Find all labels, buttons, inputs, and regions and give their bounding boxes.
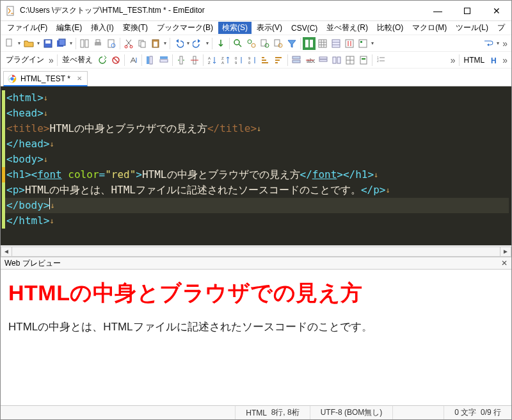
- status-selection[interactable]: 0 文字 0/9 行: [444, 406, 511, 419]
- menu-sort[interactable]: 並べ替え(R): [323, 22, 372, 34]
- col-select-button[interactable]: [144, 54, 157, 67]
- row-select-button[interactable]: [157, 54, 170, 67]
- cell-mode-button[interactable]: [330, 37, 342, 50]
- csv-sep-button[interactable]: [343, 37, 356, 50]
- normal-mode-button[interactable]: [316, 37, 329, 50]
- sort-09-asc-button[interactable]: 09: [232, 54, 245, 67]
- minimize-button[interactable]: —: [423, 1, 452, 21]
- sort-len-desc-button[interactable]: [273, 54, 285, 67]
- undo-dropdown[interactable]: ▾: [186, 37, 191, 50]
- sort-09-desc-button[interactable]: 90: [246, 54, 259, 67]
- csv-dropdown[interactable]: ▾: [370, 37, 375, 50]
- paste-button[interactable]: [149, 37, 162, 50]
- status-empty: [392, 406, 444, 419]
- code-line: <h1><font color="red">HTMLの中身とブラウザでの見え方<…: [2, 167, 509, 182]
- scroll-track[interactable]: [12, 246, 500, 257]
- maximize-button[interactable]: [452, 1, 482, 21]
- save-all-button[interactable]: [55, 37, 68, 50]
- svg-point-62: [10, 77, 13, 80]
- find-in-files-button[interactable]: [259, 37, 271, 50]
- wrap-dropdown[interactable]: ▾: [495, 37, 500, 50]
- svg-text:Z: Z: [208, 61, 211, 65]
- redo-button[interactable]: [191, 37, 204, 50]
- menu-insert[interactable]: 挿入(I): [87, 22, 117, 34]
- new-file-button[interactable]: [3, 37, 16, 50]
- dup-lines-button[interactable]: [290, 54, 303, 67]
- web-preview: HTMLの中身とブラウザでの見え方 HTMLの中身とは、HTMLファイルに記述さ…: [1, 270, 511, 405]
- config-bold-button[interactable]: H: [488, 54, 500, 67]
- cut-button[interactable]: [122, 37, 135, 50]
- svg-rect-31: [359, 40, 367, 47]
- sort-len-asc-button[interactable]: [259, 54, 272, 67]
- toolbar-overflow-indicator[interactable]: »: [501, 38, 509, 49]
- dup-remove-button[interactable]: abc: [303, 54, 316, 67]
- menu-csv[interactable]: CSV(C): [287, 23, 321, 33]
- combine-lines-button[interactable]: [330, 54, 343, 67]
- count-lines-button[interactable]: [317, 54, 330, 67]
- sort-asc-button[interactable]: [127, 54, 140, 67]
- scroll-right-button[interactable]: ►: [500, 246, 511, 257]
- jump-button[interactable]: [214, 37, 227, 50]
- svg-rect-53: [333, 57, 336, 63]
- find-button[interactable]: [232, 37, 244, 50]
- pivot-button[interactable]: [344, 54, 356, 67]
- open-dropdown[interactable]: ▾: [36, 37, 41, 50]
- config-overflow[interactable]: »: [501, 55, 509, 65]
- menu-file[interactable]: ファイル(F): [3, 22, 51, 34]
- menu-search[interactable]: 検索(S): [218, 22, 252, 34]
- paste-dropdown[interactable]: ▾: [163, 37, 168, 50]
- sort-az-asc-button[interactable]: AZ: [205, 54, 218, 67]
- status-lang[interactable]: HTML 8行, 8桁: [235, 406, 309, 419]
- horizontal-scrollbar[interactable]: ◄ ►: [1, 245, 511, 257]
- plugins-label: プラグイン: [3, 54, 47, 65]
- tab-close-button[interactable]: ✕: [77, 75, 82, 82]
- menu-tools[interactable]: ツール(L): [452, 22, 492, 34]
- document-tab[interactable]: HTML_TEST * ✕: [3, 71, 88, 86]
- code-editor[interactable]: <html>↓ <head>↓ <title>HTMLの中身とブラウザでの見え方…: [1, 86, 511, 245]
- open-file-button[interactable]: [22, 37, 35, 50]
- svg-rect-57: [362, 58, 365, 60]
- svg-rect-7: [81, 40, 84, 47]
- insert-col-button[interactable]: [175, 54, 188, 67]
- svg-text:0: 0: [235, 56, 237, 60]
- delete-col-button[interactable]: [188, 54, 201, 67]
- undo-button[interactable]: [172, 37, 185, 50]
- svg-rect-6: [59, 39, 65, 45]
- menu-compare[interactable]: 比較(O): [373, 22, 407, 34]
- wrap-button[interactable]: [482, 37, 495, 50]
- menu-bookmark[interactable]: ブックマーク(B): [153, 22, 217, 34]
- copy-button[interactable]: [136, 37, 148, 50]
- compare-button[interactable]: [78, 37, 91, 50]
- sort-overflow[interactable]: »: [449, 55, 457, 65]
- new-dropdown[interactable]: ▾: [17, 37, 22, 50]
- linenum-button[interactable]: 12: [374, 54, 387, 67]
- sort-az-desc-button[interactable]: ZA: [219, 54, 232, 67]
- save-button[interactable]: [42, 37, 54, 50]
- sort-narrowing-button[interactable]: [109, 54, 122, 67]
- sort-refresh-button[interactable]: [96, 54, 109, 67]
- svg-text:9: 9: [235, 61, 237, 65]
- menu-edit[interactable]: 編集(E): [52, 22, 86, 34]
- close-button[interactable]: ✕: [482, 1, 511, 21]
- replace-button[interactable]: [245, 37, 258, 50]
- menu-convert[interactable]: 変換(T): [119, 22, 152, 34]
- preview-panel-header: Web プレビュー ✕: [1, 257, 511, 270]
- svg-text:Z: Z: [221, 56, 224, 60]
- filter-button[interactable]: [285, 37, 298, 50]
- scroll-left-button[interactable]: ◄: [1, 246, 12, 257]
- save-dropdown[interactable]: ▾: [68, 37, 74, 50]
- csv-toolbar-button[interactable]: [356, 37, 369, 50]
- csv-converter-button[interactable]: [303, 37, 316, 50]
- redo-dropdown[interactable]: ▾: [205, 37, 210, 50]
- print-button[interactable]: [92, 37, 104, 50]
- preview-close-button[interactable]: ✕: [501, 259, 508, 268]
- menu-macro[interactable]: マクロ(M): [408, 22, 451, 34]
- replace-in-files-button[interactable]: [272, 37, 285, 50]
- status-encoding[interactable]: UTF-8 (BOM無し): [310, 406, 393, 419]
- menu-view[interactable]: 表示(V): [253, 22, 286, 34]
- menu-more[interactable]: プ: [493, 22, 509, 34]
- plugins-overflow[interactable]: »: [47, 55, 55, 65]
- print-preview-button[interactable]: [105, 37, 118, 50]
- extract-button[interactable]: [357, 54, 370, 67]
- code-line: <html>↓: [2, 90, 509, 106]
